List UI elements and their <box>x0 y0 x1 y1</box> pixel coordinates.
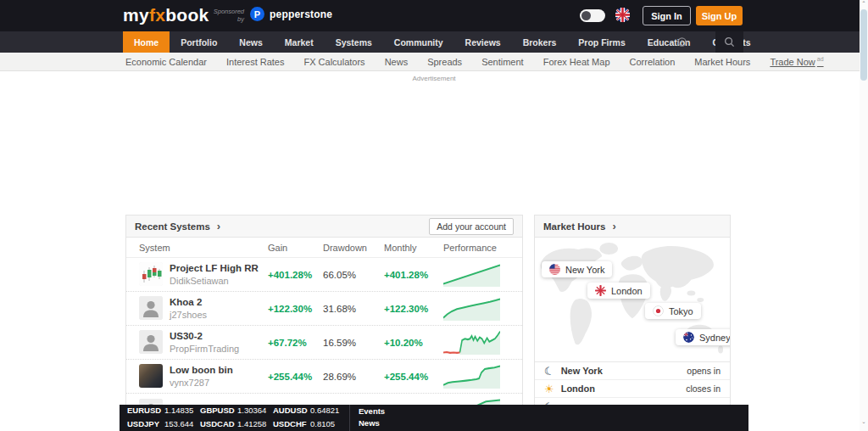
advertisement-label: Advertisement <box>392 75 476 82</box>
map-pin-sydney[interactable]: Sydney <box>676 329 730 345</box>
performance-sparkline <box>443 330 500 355</box>
system-name[interactable]: Khoa 2 <box>170 296 207 309</box>
nav-item-prop-firms[interactable]: Prop Firms <box>567 31 636 53</box>
table-row[interactable]: Khoa 2 j27shoes +122.30% 31.68% +122.30% <box>126 292 522 326</box>
recent-systems-panel: Recent Systems › Add your account System… <box>125 215 523 431</box>
ticker-symbol[interactable]: AUDUSD <box>273 406 310 415</box>
map-pin-label: Sydney <box>699 333 730 343</box>
system-user[interactable]: j27shoes <box>170 309 207 321</box>
session-status: opens in <box>687 366 721 376</box>
nav-item-brokers[interactable]: Brokers <box>512 31 568 53</box>
recent-systems-title[interactable]: Recent Systems <box>135 221 210 232</box>
ticker-symbol[interactable]: USDCAD <box>200 419 237 428</box>
nav-item-market[interactable]: Market <box>274 31 325 53</box>
sign-in-button[interactable]: Sign In <box>643 6 691 25</box>
top-header: myfxbook Sponsored by P pepperstone Sign… <box>0 0 860 31</box>
sign-up-button[interactable]: Sign Up <box>696 6 743 25</box>
subnav-forex-heat-map[interactable]: Forex Heat Map <box>543 57 610 67</box>
news-link[interactable]: News <box>359 418 385 429</box>
theme-toggle[interactable] <box>580 9 605 22</box>
ticker-value: 153.644 <box>164 419 200 428</box>
page-scrollbar[interactable]: ˆ ˇ <box>860 0 868 431</box>
ticker-value: 1.30364 <box>237 406 273 415</box>
system-name[interactable]: Low boon bin <box>170 364 233 377</box>
ticker-symbol[interactable]: GBPUSD <box>200 406 237 415</box>
moon-icon: ☾ <box>543 364 555 377</box>
nav-item-reviews[interactable]: Reviews <box>454 31 512 53</box>
nav-item-systems[interactable]: Systems <box>325 31 383 53</box>
recent-systems-header: Recent Systems › Add your account <box>126 216 522 238</box>
chevron-right-icon[interactable]: › <box>217 221 220 232</box>
chevron-right-icon[interactable]: › <box>613 221 616 232</box>
ticker-value: 1.14835 <box>164 406 200 415</box>
subnav-market-hours[interactable]: Market Hours <box>694 57 750 67</box>
sponsor-pepperstone-link[interactable]: P pepperstone <box>250 7 332 21</box>
scroll-up-icon[interactable]: ˆ <box>860 0 868 8</box>
session-status: closes in <box>686 383 721 394</box>
market-hours-title[interactable]: Market Hours <box>543 221 606 232</box>
ticker-symbol[interactable]: EURUSD <box>127 406 164 415</box>
ticker-quotes: EURUSD 1.14835 GBPUSD 1.30364 AUDUSD 0.6… <box>127 405 346 431</box>
nav-item-community[interactable]: Community <box>383 31 454 53</box>
map-pin-label: New York <box>565 265 604 275</box>
events-link[interactable]: Events <box>359 406 385 417</box>
scroll-down-icon[interactable]: ˇ <box>860 421 868 429</box>
subnav-interest-rates[interactable]: Interest Rates <box>226 57 284 67</box>
myfxbook-logo[interactable]: myfxbook <box>123 5 209 25</box>
col-monthly: Monthly <box>384 243 443 253</box>
system-user[interactable]: vynx7287 <box>170 377 233 389</box>
ticker-links: Events News <box>349 405 385 431</box>
col-gain: Gain <box>268 243 323 253</box>
table-row[interactable]: Low boon bin vynx7287 +255.44% 28.69% +2… <box>126 360 522 394</box>
ticker-symbol[interactable]: USDCHF <box>273 419 310 428</box>
nav-item-news[interactable]: News <box>228 31 273 53</box>
ticker-value: 0.64821 <box>310 406 346 415</box>
language-flag-uk-icon[interactable] <box>615 8 630 25</box>
system-user[interactable]: DidikSetiawan <box>170 275 259 287</box>
system-name[interactable]: US30-2 <box>170 330 239 343</box>
gain-value: +255.44% <box>268 372 323 382</box>
col-drawdown: Drawdown <box>323 243 384 253</box>
map-pin-label: London <box>611 286 643 296</box>
performance-sparkline <box>443 364 500 389</box>
ticker-symbol[interactable]: USDJPY <box>127 419 164 428</box>
system-user[interactable]: PropFirmTrading <box>170 343 239 355</box>
subnav-correlation[interactable]: Correlation <box>630 57 676 67</box>
scrollbar-thumb[interactable] <box>860 9 867 81</box>
col-system: System <box>126 243 268 253</box>
monthly-value: +401.28% <box>384 270 443 280</box>
map-pin-tokyo[interactable]: Tokyo <box>645 303 701 319</box>
add-your-account-button[interactable]: Add your account <box>429 218 514 235</box>
system-name[interactable]: Project LF High RR <box>170 262 259 275</box>
logo-fx: fx <box>149 5 165 25</box>
theme-toggle-knob <box>581 11 591 20</box>
map-pin-new-york[interactable]: New York <box>542 261 612 277</box>
col-performance: Performance <box>443 243 511 253</box>
clock-icon[interactable] <box>675 31 688 53</box>
drawdown-value: 28.69% <box>323 372 384 382</box>
subnav-economic-calendar[interactable]: Economic Calendar <box>125 57 207 67</box>
search-button[interactable] <box>715 31 743 53</box>
map-pin-london[interactable]: London <box>587 283 650 299</box>
gain-value: +67.72% <box>268 338 323 348</box>
system-avatar <box>139 296 163 320</box>
session-row-london[interactable]: ☀ London closes in <box>535 380 730 398</box>
table-row[interactable]: Project LF High RR DidikSetiawan +401.28… <box>126 258 522 292</box>
drawdown-value: 31.68% <box>323 304 384 314</box>
pepperstone-logo-icon: P <box>250 7 264 21</box>
nav-item-portfolio[interactable]: Portfolio <box>170 31 228 53</box>
nav-item-education[interactable]: Education <box>637 31 702 53</box>
subnav-trade-now[interactable]: Trade Nowad <box>770 56 823 67</box>
subnav-sentiment[interactable]: Sentiment <box>481 57 524 67</box>
market-hours-panel: Market Hours › <box>534 215 731 431</box>
logo-my: my <box>123 5 149 25</box>
table-row[interactable]: US30-2 PropFirmTrading +67.72% 16.59% +1… <box>126 326 522 360</box>
subnav-news[interactable]: News <box>385 57 409 67</box>
session-row-new-york[interactable]: ☾ New York opens in <box>535 362 730 380</box>
ticker-value: 1.41258 <box>237 419 273 428</box>
ad-badge: ad <box>817 56 824 62</box>
drawdown-value: 16.59% <box>323 338 384 348</box>
nav-item-home[interactable]: Home <box>123 31 170 53</box>
subnav-spreads[interactable]: Spreads <box>427 57 462 67</box>
subnav-fx-calculators[interactable]: FX Calculators <box>303 57 364 67</box>
